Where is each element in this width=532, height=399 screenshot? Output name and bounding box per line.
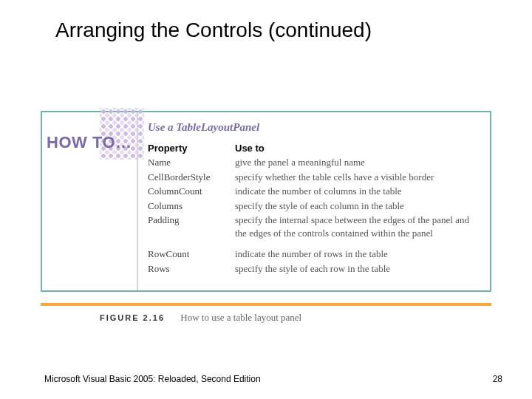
header-use: Use to <box>235 143 484 155</box>
howto-label: HOW TO… <box>47 133 132 152</box>
figure-label: FIGURE 2.16 <box>100 313 165 322</box>
cell-use: specify whether the table cells have a v… <box>235 170 484 185</box>
cell-use: specify the internal space between the e… <box>235 213 484 240</box>
cell-use: indicate the number of columns in the ta… <box>235 184 484 199</box>
howto-box: HOW TO… Use a TableLayoutPanel Property … <box>41 111 491 292</box>
table-row: ColumnCount indicate the number of colum… <box>148 184 484 199</box>
cell-property: ColumnCount <box>148 184 235 199</box>
decor-divider <box>137 112 138 290</box>
footer-page-number: 28 <box>493 374 502 384</box>
caption-rule <box>41 303 491 306</box>
figure-caption: FIGURE 2.16 How to use a table layout pa… <box>41 303 491 324</box>
figure-text: How to use a table layout panel <box>180 312 301 323</box>
cell-property: RowCount <box>148 240 235 262</box>
header-property: Property <box>148 143 235 155</box>
footer-book-title: Microsoft Visual Basic 2005: Reloaded, S… <box>44 374 261 384</box>
table-row: CellBorderStyle specify whether the tabl… <box>148 170 484 185</box>
table-row: Padding specify the internal space betwe… <box>148 213 484 240</box>
cell-use: give the panel a meaningful name <box>235 155 484 170</box>
property-table: Property Use to Name give the panel a me… <box>148 143 484 276</box>
caption-line: FIGURE 2.16 How to use a table layout pa… <box>41 312 491 324</box>
table-row: RowCount indicate the number of rows in … <box>148 240 484 262</box>
cell-property: Columns <box>148 199 235 214</box>
cell-property: Name <box>148 155 235 170</box>
slide-title: Arranging the Controls (continued) <box>0 0 532 42</box>
howto-content: Use a TableLayoutPanel Property Use to N… <box>148 121 484 276</box>
cell-use: specify the style of each row in the tab… <box>235 262 484 276</box>
cell-property: CellBorderStyle <box>148 170 235 185</box>
howto-subtitle: Use a TableLayoutPanel <box>148 121 484 134</box>
cell-property: Padding <box>148 213 235 240</box>
cell-use: specify the style of each column in the … <box>235 199 484 214</box>
cell-property: Rows <box>148 262 235 276</box>
cell-use: indicate the number of rows in the table <box>235 240 484 262</box>
table-row: Rows specify the style of each row in th… <box>148 262 484 276</box>
table-row: Name give the panel a meaningful name <box>148 155 484 170</box>
table-row: Columns specify the style of each column… <box>148 199 484 214</box>
table-header-row: Property Use to <box>148 143 484 155</box>
